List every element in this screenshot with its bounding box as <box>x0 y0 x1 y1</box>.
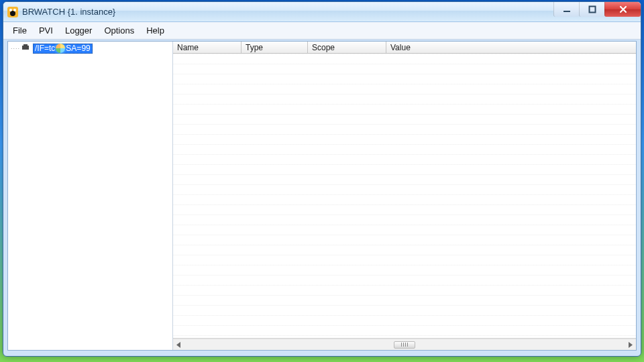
menu-options[interactable]: Options <box>99 23 140 38</box>
svg-rect-1 <box>589 7 595 13</box>
list-body[interactable] <box>173 54 636 339</box>
menu-file[interactable]: File <box>7 23 32 38</box>
scroll-left-arrow-icon[interactable] <box>173 339 184 351</box>
column-name[interactable]: Name <box>173 42 241 53</box>
minimize-icon <box>563 5 571 13</box>
scroll-right-arrow-icon[interactable] <box>625 339 636 351</box>
titlebar[interactable]: BRWATCH {1. instance} <box>3 2 641 22</box>
list-pane: Name Type Scope Value <box>173 42 636 350</box>
column-scope[interactable]: Scope <box>308 42 386 53</box>
loading-spinner-icon <box>56 44 65 53</box>
maximize-icon <box>588 5 596 13</box>
window-title: BRWATCH {1. instance} <box>22 7 115 17</box>
desktop-backdrop: BRWATCH {1. instance} <box>0 0 644 362</box>
scroll-thumb[interactable] <box>394 341 415 349</box>
scroll-thumb-grip-icon <box>401 343 408 347</box>
window-controls <box>553 2 641 17</box>
tree-node-label: /IF=tc SA=99 <box>33 44 93 54</box>
tree-node-connection[interactable]: ···· /IF=tc SA=99 <box>11 43 93 54</box>
close-icon <box>619 5 628 14</box>
app-icon <box>7 7 18 17</box>
list-header: Name Type Scope Value <box>173 42 636 54</box>
menu-help[interactable]: Help <box>141 23 170 38</box>
tree-node-label-prefix: /IF=tc <box>35 44 55 53</box>
tree-expand-dots: ···· <box>11 45 20 52</box>
close-button[interactable] <box>604 2 641 17</box>
menu-pvi[interactable]: PVI <box>34 23 58 38</box>
tree-pane[interactable]: ···· /IF=tc SA=99 <box>8 42 173 350</box>
minimize-button[interactable] <box>553 2 579 17</box>
svg-rect-0 <box>564 11 570 12</box>
column-value[interactable]: Value <box>386 42 623 53</box>
app-window: BRWATCH {1. instance} <box>3 1 641 357</box>
connection-icon <box>21 44 31 53</box>
column-type[interactable]: Type <box>241 42 308 53</box>
menu-logger[interactable]: Logger <box>60 23 97 38</box>
menubar: File PVI Logger Options Help <box>3 22 641 40</box>
horizontal-scrollbar[interactable] <box>173 339 636 350</box>
tree-node-label-suffix: SA=99 <box>66 44 90 53</box>
client-area: ···· /IF=tc SA=99 Name Type Scope Value <box>7 41 637 351</box>
maximize-button[interactable] <box>579 2 604 17</box>
